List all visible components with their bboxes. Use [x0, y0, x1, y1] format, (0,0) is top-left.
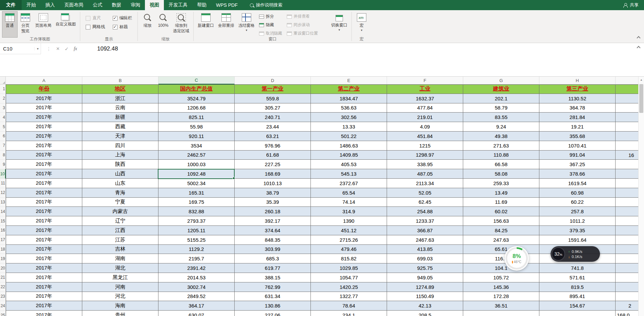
cell[interactable]: 451.84 — [387, 132, 463, 141]
cell[interactable]: 832.88 — [158, 207, 235, 216]
cell[interactable]: 内蒙古 — [82, 207, 158, 216]
checkbox-直尺[interactable]: 直尺 — [86, 15, 105, 21]
row-number[interactable]: 14 — [0, 207, 6, 216]
cell[interactable]: 254.88 — [387, 207, 463, 216]
cell[interactable]: 2017年 — [6, 292, 82, 301]
cell[interactable]: 2017年 — [6, 301, 82, 311]
cell[interactable]: 1205.11 — [158, 226, 235, 235]
row-number[interactable]: 18 — [0, 245, 6, 254]
cell[interactable]: 227.06 — [235, 311, 311, 316]
cell[interactable]: 65.61 — [463, 245, 539, 254]
cell[interactable]: 104.1 — [463, 263, 539, 273]
cell[interactable]: 2849.52 — [158, 292, 235, 301]
cell[interactable]: 2195.7 — [158, 254, 235, 263]
cell[interactable]: 湖北 — [82, 263, 158, 273]
tab-文件[interactable]: 文件 — [0, 0, 22, 10]
freeze-panes-button[interactable]: 冻结窗格 ▾ — [236, 11, 257, 38]
cell[interactable]: 2017年 — [6, 103, 82, 113]
cell[interactable]: 260.18 — [235, 207, 311, 216]
cell[interactable]: 贵州 — [82, 311, 158, 316]
row-number[interactable]: 5 — [0, 122, 6, 132]
cell[interactable]: 202.1 — [463, 94, 539, 103]
cell[interactable]: 1591.64 — [539, 235, 616, 245]
collapse-formula-bar-button[interactable] — [637, 46, 640, 50]
tab-视图[interactable]: 视图 — [145, 0, 164, 10]
cell[interactable]: 65.54 — [311, 188, 387, 198]
cell[interactable]: 247.63 — [463, 235, 539, 245]
cell[interactable]: 1054.77 — [311, 273, 387, 282]
cell[interactable]: 4.09 — [387, 122, 463, 132]
cell[interactable] — [539, 311, 616, 316]
checkbox-网格线[interactable]: 网格线 — [86, 24, 105, 30]
cell[interactable]: 848.35 — [235, 235, 311, 245]
cell[interactable]: 477.84 — [387, 103, 463, 113]
cell[interactable]: 2017年 — [6, 235, 82, 245]
cell[interactable]: 2017年 — [6, 311, 82, 316]
cell-partial[interactable] — [616, 245, 639, 254]
row-number[interactable]: 25 — [0, 311, 6, 316]
cell[interactable]: 陕西 — [82, 160, 158, 169]
tab-帮助[interactable]: 帮助 — [192, 0, 211, 10]
cell[interactable]: 145.36 — [463, 282, 539, 292]
cell[interactable]: 2467.63 — [387, 235, 463, 245]
cell[interactable]: 3534 — [158, 141, 235, 151]
tab-公式[interactable]: 公式 — [88, 0, 107, 10]
cell[interactable]: 13.49 — [463, 188, 539, 198]
cancel-icon[interactable]: × — [56, 45, 60, 52]
cell[interactable]: 699.03 — [387, 254, 463, 263]
cell-partial[interactable] — [616, 273, 639, 282]
select-all-corner[interactable] — [0, 77, 6, 84]
cell-partial[interactable] — [616, 94, 639, 103]
cell[interactable]: 1298.97 — [387, 151, 463, 160]
scrollbar-thumb[interactable] — [639, 84, 643, 113]
cell-partial[interactable] — [616, 132, 639, 141]
cell[interactable]: 545.13 — [311, 169, 387, 179]
cell[interactable]: 825.11 — [158, 113, 235, 122]
cell[interactable]: 154.67 — [539, 301, 616, 311]
cell[interactable]: 976.96 — [235, 141, 311, 151]
cell[interactable]: 2017年 — [6, 132, 82, 141]
row-number[interactable]: 22 — [0, 282, 6, 292]
cell[interactable]: 367.25 — [539, 160, 616, 169]
cell[interactable]: 四川 — [82, 141, 158, 151]
macros-button[interactable]: 宏 ▾ — [354, 11, 369, 38]
formula-bar-handle[interactable]: ⋮ — [46, 46, 51, 52]
cell[interactable]: 815.82 — [311, 254, 387, 263]
column-header-F[interactable]: F — [387, 77, 463, 84]
cell[interactable]: 13.33 — [311, 122, 387, 132]
custom-views-button[interactable]: 自定义视图 — [53, 11, 78, 38]
cell[interactable]: 第二产业 — [311, 84, 387, 94]
cell[interactable]: 1206.68 — [158, 103, 235, 113]
cell[interactable]: 55.98 — [158, 122, 235, 132]
cell[interactable]: 第三产业 — [539, 84, 616, 94]
cell[interactable]: 405.53 — [311, 160, 387, 169]
cell[interactable]: 374.64 — [235, 226, 311, 235]
checkbox-标题[interactable]: 标题 — [113, 24, 132, 30]
formula-input[interactable]: 1092.48 — [97, 45, 118, 52]
row-number[interactable]: 4 — [0, 113, 6, 122]
cell[interactable]: 741.8 — [539, 263, 616, 273]
cell[interactable]: 1150.49 — [387, 292, 463, 301]
cell[interactable]: 165.31 — [158, 188, 235, 198]
cell[interactable]: 天津 — [82, 132, 158, 141]
cell[interactable]: 1322.77 — [311, 292, 387, 301]
cell-partial[interactable] — [616, 151, 639, 160]
cell[interactable]: 74.14 — [311, 198, 387, 207]
column-header-D[interactable]: D — [235, 77, 311, 84]
row-number[interactable]: 15 — [0, 216, 6, 226]
cell[interactable]: 49.38 — [463, 132, 539, 141]
cell[interactable]: 685.3 — [235, 254, 311, 263]
cell[interactable]: 1420.25 — [311, 282, 387, 292]
cell[interactable]: 388.15 — [235, 273, 311, 282]
cell[interactable]: 1092.48 — [158, 169, 235, 179]
cell[interactable]: 2017年 — [6, 141, 82, 151]
scroll-up-arrow-icon[interactable]: ▲ — [639, 77, 644, 83]
cell[interactable]: 156.63 — [463, 216, 539, 226]
synchronous-scrolling-button[interactable]: 同步滚动 — [285, 21, 319, 29]
tab-审阅[interactable]: 审阅 — [126, 0, 145, 10]
cell[interactable]: 2017年 — [6, 273, 82, 282]
cell[interactable]: 60.98 — [539, 188, 616, 198]
cell[interactable]: 619.77 — [235, 263, 311, 273]
split-button[interactable]: 拆分 — [258, 12, 283, 21]
cell[interactable]: 建筑业 — [463, 84, 539, 94]
